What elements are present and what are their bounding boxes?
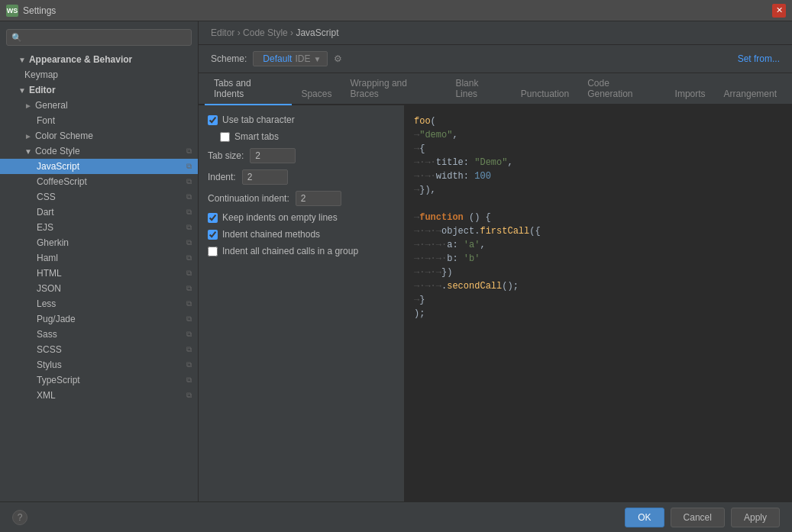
help-button[interactable]: ? (12, 510, 27, 525)
use-tab-character-label: Use tab character (222, 114, 295, 125)
code-line-6: →}), (414, 183, 783, 197)
sidebar-item-ejs[interactable]: EJS ⧉ (0, 220, 198, 235)
sidebar-item-less[interactable]: Less ⧉ (0, 296, 198, 311)
arrow-icon: ▼ (24, 147, 32, 156)
continuation-indent-row: Continuation indent: (208, 191, 395, 206)
settings-preview: Use tab character Smart tabs Tab size: I… (199, 105, 792, 501)
sidebar-item-label: XML (37, 390, 56, 401)
tab-spaces[interactable]: Spaces (292, 84, 341, 105)
smart-tabs-checkbox[interactable] (220, 132, 230, 142)
sidebar-item-editor[interactable]: ▼ Editor (0, 82, 198, 98)
breadcrumb-editor: Editor (211, 27, 234, 38)
tab-code-generation[interactable]: Code Generation (578, 73, 665, 105)
indent-row: Indent: (208, 169, 395, 185)
copy-icon: ⧉ (186, 147, 192, 156)
sidebar-item-css[interactable]: CSS ⧉ (0, 189, 198, 205)
sidebar-item-label: HTML (37, 268, 62, 279)
arrow-icon: ▼ (18, 56, 26, 64)
settings-panel: Use tab character Smart tabs Tab size: I… (199, 105, 405, 501)
smart-tabs-label: Smart tabs (234, 131, 279, 142)
tab-tabs-indents[interactable]: Tabs and Indents (205, 73, 292, 105)
code-line-4: →·→·title: "Demo", (414, 156, 783, 169)
sidebar-item-dart[interactable]: Dart ⧉ (0, 205, 198, 220)
search-input[interactable] (25, 32, 186, 43)
copy-icon: ⧉ (186, 360, 192, 369)
sidebar-item-scss[interactable]: SCSS ⧉ (0, 342, 198, 357)
sidebar-item-haml[interactable]: Haml ⧉ (0, 250, 198, 266)
indent-all-chained-checkbox[interactable] (208, 247, 218, 256)
sidebar-item-label: Haml (37, 253, 58, 263)
tab-arrangement[interactable]: Arrangement (715, 84, 786, 105)
copy-icon: ⧉ (186, 162, 192, 171)
code-line-15: ); (414, 307, 783, 321)
ok-button[interactable]: OK (625, 508, 664, 527)
sidebar-item-javascript[interactable]: JavaScript ⧉ (0, 159, 198, 174)
code-line-8: →function () { (414, 211, 783, 224)
copy-icon: ⧉ (186, 177, 192, 186)
sidebar-item-label: Stylus (37, 360, 62, 370)
sidebar-item-label: Sass (37, 329, 57, 340)
code-line-7 (414, 197, 783, 211)
sidebar-item-label: SCSS (37, 344, 62, 355)
continuation-indent-label: Continuation indent: (208, 193, 289, 204)
use-tab-character-checkbox[interactable] (208, 115, 218, 125)
sidebar-item-label: General (35, 100, 68, 111)
close-button[interactable]: ✕ (772, 4, 786, 18)
tab-size-label: Tab size: (208, 150, 244, 161)
sidebar-item-label: Keymap (24, 69, 58, 80)
tab-blank-lines[interactable]: Blank Lines (446, 73, 511, 105)
continuation-indent-input[interactable] (296, 191, 341, 206)
copy-icon: ⧉ (186, 238, 192, 247)
scheme-select[interactable]: Default IDE ▼ (253, 51, 328, 66)
apply-button[interactable]: Apply (731, 508, 780, 527)
keep-indents-checkbox[interactable] (208, 213, 218, 223)
sidebar-item-gherkin[interactable]: Gherkin ⧉ (0, 235, 198, 250)
tab-imports[interactable]: Imports (666, 84, 715, 105)
sidebar-item-xml[interactable]: XML ⧉ (0, 388, 198, 403)
code-line-14: →} (414, 293, 783, 307)
sidebar-item-json[interactable]: JSON ⧉ (0, 281, 198, 296)
tab-punctuation[interactable]: Punctuation (512, 84, 578, 105)
breadcrumb-code-style: Code Style (243, 27, 288, 38)
sidebar-item-color-scheme[interactable]: ► Color Scheme (0, 128, 198, 143)
breadcrumb: Editor › Code Style › JavaScript (199, 21, 792, 45)
copy-icon: ⧉ (186, 269, 192, 278)
indent-input[interactable] (242, 169, 288, 185)
scheme-row: Scheme: Default IDE ▼ ⚙ Set from... (199, 45, 792, 73)
copy-icon: ⧉ (186, 345, 192, 354)
tab-size-input[interactable] (250, 148, 296, 163)
code-preview: foo( →"demo", →{ →·→·title: "Demo", →·→·… (405, 105, 792, 501)
code-line-9: →·→·→object.firstCall({ (414, 224, 783, 238)
sidebar-item-html[interactable]: HTML ⧉ (0, 266, 198, 281)
gear-icon[interactable]: ⚙ (334, 53, 342, 64)
search-box[interactable]: 🔍 (6, 29, 192, 46)
set-from-link[interactable]: Set from... (738, 53, 780, 64)
tabs-row: Tabs and Indents Spaces Wrapping and Bra… (199, 73, 792, 105)
content-area: Editor › Code Style › JavaScript Scheme:… (199, 21, 792, 501)
sidebar-item-typescript[interactable]: TypeScript ⧉ (0, 372, 198, 388)
tab-wrapping[interactable]: Wrapping and Braces (341, 73, 446, 105)
copy-icon: ⧉ (186, 284, 192, 293)
indent-chained-label: Indent chained methods (222, 229, 320, 240)
sidebar-item-stylus[interactable]: Stylus ⧉ (0, 357, 198, 372)
sidebar-item-font[interactable]: Font (0, 113, 198, 128)
sidebar-item-label: CSS (37, 192, 56, 202)
sidebar-item-sass[interactable]: Sass ⧉ (0, 327, 198, 342)
sidebar-item-pug-jade[interactable]: Pug/Jade ⧉ (0, 311, 198, 327)
sidebar-item-label: JSON (37, 283, 61, 294)
sidebar-item-appearance[interactable]: ▼ Appearance & Behavior (0, 52, 198, 67)
cancel-button[interactable]: Cancel (671, 508, 725, 527)
sidebar-item-label: Editor (29, 85, 56, 95)
arrow-icon: ► (24, 132, 32, 140)
sidebar-item-keymap[interactable]: Keymap (0, 67, 198, 82)
indent-chained-checkbox[interactable] (208, 230, 218, 240)
sidebar-item-code-style[interactable]: ▼ Code Style ⧉ (0, 143, 198, 159)
indent-all-chained-row: Indent all chained calls in a group (208, 246, 395, 256)
sidebar-item-label: EJS (37, 222, 53, 233)
copy-icon: ⧉ (186, 192, 192, 202)
sidebar-item-coffeescript[interactable]: CoffeeScript ⧉ (0, 174, 198, 189)
sidebar-item-general[interactable]: ► General (0, 98, 198, 113)
sidebar-item-label: Gherkin (37, 237, 69, 248)
copy-icon: ⧉ (186, 208, 192, 217)
keep-indents-row: Keep indents on empty lines (208, 212, 395, 223)
